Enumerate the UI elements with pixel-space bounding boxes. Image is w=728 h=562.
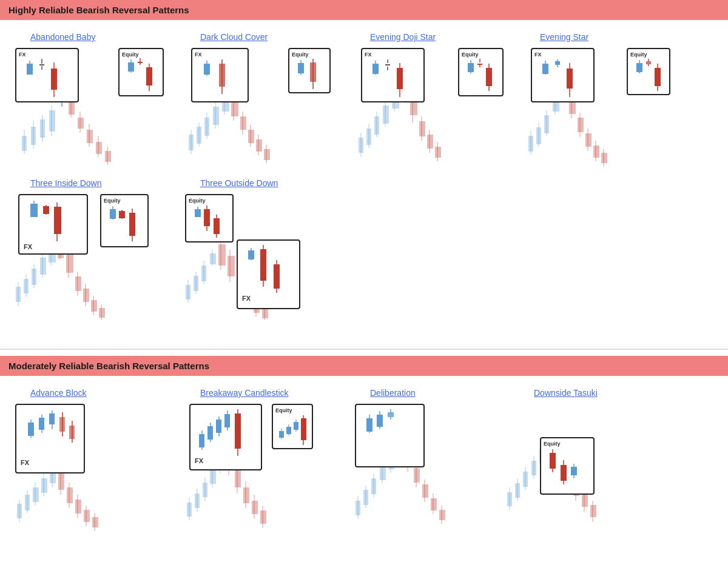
svg-rect-215 <box>75 500 81 513</box>
svg-rect-164 <box>119 211 125 218</box>
three-inside-down-fx-inset: FX <box>18 194 88 255</box>
three-outside-down-equity-candles <box>189 204 231 239</box>
svg-rect-126 <box>636 63 642 72</box>
svg-rect-103 <box>544 115 549 133</box>
advance-block-link[interactable]: Advance Block <box>30 388 87 398</box>
three-inside-down-fx-candles: FX <box>22 198 89 251</box>
pattern-downside-tasuki: Downside Tasuki <box>504 388 661 534</box>
dark-cloud-equity-inset: Equity <box>288 48 331 93</box>
three-outside-down-link[interactable]: Three Outside Down <box>200 178 278 188</box>
svg-rect-70 <box>383 105 389 124</box>
svg-rect-226 <box>49 413 55 424</box>
evening-star-chart: FX Equity <box>522 45 679 166</box>
evening-star-link[interactable]: Evening Star <box>540 32 588 42</box>
svg-rect-36 <box>189 135 194 150</box>
three-inside-down-equity-candles <box>104 204 146 244</box>
dark-cloud-fx-inset: FX <box>191 48 249 102</box>
dark-cloud-cover-chart: FX Equity <box>182 45 340 166</box>
svg-rect-139 <box>40 258 46 275</box>
svg-rect-261 <box>235 413 241 449</box>
pattern-evening-doji-star: Evening Doji Star <box>352 32 522 166</box>
svg-rect-42 <box>213 107 219 125</box>
downside-tasuki-link[interactable]: Downside Tasuki <box>534 388 598 398</box>
svg-rect-12 <box>69 102 75 115</box>
svg-rect-34 <box>146 67 152 85</box>
svg-rect-172 <box>201 266 206 281</box>
highly-reliable-section: Highly Reliable Bearish Reversal Pattern… <box>0 0 728 343</box>
svg-rect-7 <box>49 110 55 132</box>
downside-tasuki-equity-candles <box>544 447 592 491</box>
dark-cloud-cover-link[interactable]: Dark Cloud Cover <box>200 32 268 42</box>
svg-rect-271 <box>356 501 360 515</box>
svg-rect-207 <box>41 478 47 493</box>
svg-rect-294 <box>366 418 372 432</box>
equity-label-dt: Equity <box>544 441 561 447</box>
svg-rect-255 <box>207 426 213 440</box>
three-outside-down-chart: Equity FX <box>182 191 340 318</box>
svg-rect-133 <box>16 287 21 302</box>
pattern-dark-cloud-cover: Dark Cloud Cover <box>182 32 352 166</box>
equity-label: Equity <box>122 52 139 58</box>
svg-rect-325 <box>561 465 567 481</box>
fx-label: FX <box>19 52 26 58</box>
svg-rect-151 <box>91 300 97 312</box>
svg-rect-40 <box>204 118 209 136</box>
svg-rect-50 <box>248 130 254 143</box>
svg-rect-168 <box>186 285 190 299</box>
svg-rect-64 <box>359 138 363 153</box>
equity-label-tid: Equity <box>104 198 121 204</box>
svg-rect-188 <box>195 209 201 217</box>
svg-rect-190 <box>204 209 210 226</box>
deliberation-chart <box>352 401 497 534</box>
moderately-reliable-row-1: Advance Block <box>0 382 728 546</box>
svg-rect-238 <box>210 469 216 484</box>
svg-rect-22 <box>27 64 33 75</box>
svg-rect-156 <box>30 204 38 217</box>
svg-rect-211 <box>58 473 64 490</box>
breakaway-chart: FX <box>182 401 340 534</box>
deliberation-link[interactable]: Deliberation <box>370 388 416 398</box>
svg-rect-230 <box>69 426 75 439</box>
svg-rect-1 <box>22 136 27 151</box>
svg-rect-307 <box>531 461 536 475</box>
abandoned-baby-link[interactable]: Abandoned Baby <box>30 32 95 42</box>
svg-rect-174 <box>210 253 216 264</box>
svg-rect-186 <box>262 309 268 318</box>
svg-rect-81 <box>427 135 433 149</box>
svg-rect-16 <box>87 130 93 143</box>
svg-rect-162 <box>110 209 116 219</box>
evening-doji-star-link[interactable]: Evening Doji Star <box>370 32 436 42</box>
breakaway-equity-inset: Equity <box>272 404 313 449</box>
svg-rect-199 <box>274 264 280 289</box>
svg-rect-205 <box>33 487 39 502</box>
pattern-abandoned-baby: Abandoned Baby <box>12 32 182 166</box>
svg-rect-68 <box>374 116 379 135</box>
breakaway-link[interactable]: Breakaway Candlestick <box>200 388 289 398</box>
svg-rect-58 <box>219 64 225 87</box>
svg-rect-145 <box>66 252 73 273</box>
svg-rect-275 <box>371 478 376 494</box>
svg-rect-119 <box>542 64 548 74</box>
svg-rect-195 <box>248 250 254 259</box>
svg-rect-267 <box>294 422 298 430</box>
breakaway-equity-candles <box>275 413 311 446</box>
downside-tasuki-chart: Equity <box>504 401 655 534</box>
evening-star-fx-inset: FX <box>531 48 595 102</box>
svg-rect-27 <box>51 69 57 90</box>
svg-rect-298 <box>388 412 394 417</box>
abandoned-baby-fx-candles <box>19 58 76 99</box>
svg-rect-38 <box>197 127 201 144</box>
svg-rect-296 <box>377 415 383 427</box>
pattern-advance-block: Advance Block <box>12 388 182 534</box>
svg-rect-124 <box>567 69 573 89</box>
svg-rect-213 <box>67 487 73 503</box>
three-inside-down-link[interactable]: Three Inside Down <box>30 178 102 188</box>
abandoned-baby-equity-inset: Equity <box>118 48 164 96</box>
svg-text:FX: FX <box>195 457 204 464</box>
svg-rect-113 <box>585 133 592 147</box>
svg-rect-29 <box>128 62 134 72</box>
svg-rect-83 <box>435 147 441 158</box>
svg-rect-234 <box>195 493 200 508</box>
svg-rect-236 <box>203 483 207 497</box>
svg-text:FX: FX <box>21 459 30 466</box>
